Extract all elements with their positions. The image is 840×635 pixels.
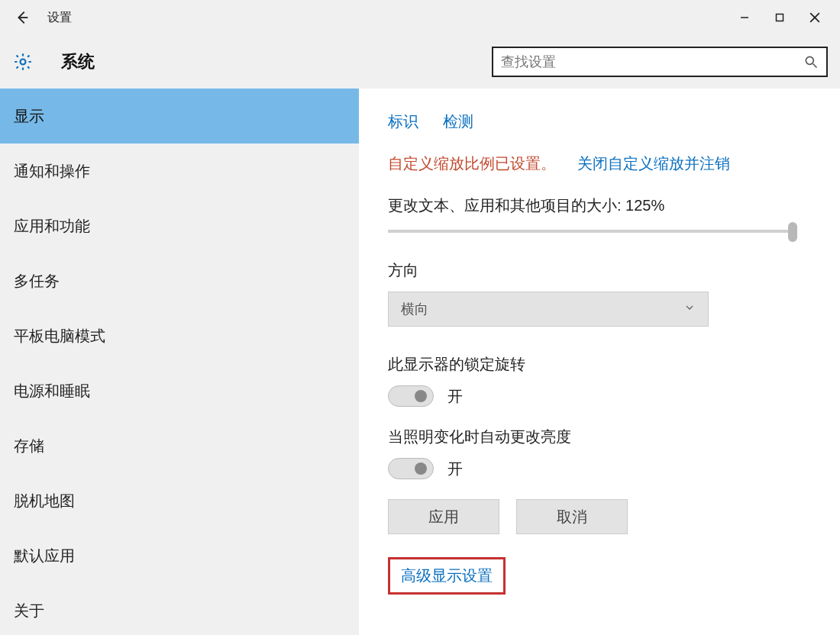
- auto-brightness-toggle[interactable]: [388, 458, 434, 479]
- back-button[interactable]: [8, 3, 37, 32]
- close-custom-scale-link[interactable]: 关闭自定义缩放并注销: [577, 155, 730, 172]
- svg-line-6: [813, 64, 817, 68]
- section-title: 系统: [61, 50, 95, 73]
- detect-link[interactable]: 检测: [443, 113, 473, 130]
- content-panel: 标识 检测 自定义缩放比例已设置。 关闭自定义缩放并注销 更改文本、应用和其他项…: [359, 89, 840, 635]
- maximize-button[interactable]: [762, 0, 797, 35]
- sidebar-item-2[interactable]: 应用和功能: [0, 198, 359, 253]
- advanced-display-highlight: 高级显示设置: [388, 557, 506, 595]
- sidebar-item-5[interactable]: 电源和睡眠: [0, 363, 359, 418]
- toggle-knob: [415, 390, 427, 402]
- gear-icon: [12, 51, 34, 73]
- toggle-knob: [415, 463, 427, 475]
- scale-slider[interactable]: [388, 230, 793, 233]
- lock-rotation-state: 开: [447, 386, 463, 407]
- close-button[interactable]: [797, 0, 832, 35]
- lock-rotation-label: 此显示器的锁定旋转: [388, 354, 819, 375]
- sidebar-item-7[interactable]: 脱机地图: [0, 473, 359, 528]
- svg-point-5: [806, 56, 813, 64]
- advanced-display-link[interactable]: 高级显示设置: [401, 567, 493, 584]
- titlebar: 设置: [0, 0, 840, 35]
- sidebar-item-9[interactable]: 关于: [0, 583, 359, 635]
- window-title: 设置: [47, 10, 72, 26]
- sidebar-item-1[interactable]: 通知和操作: [0, 143, 359, 198]
- scale-label: 更改文本、应用和其他项目的大小: 125%: [388, 195, 819, 216]
- custom-scale-notice: 自定义缩放比例已设置。 关闭自定义缩放并注销: [388, 153, 819, 174]
- sidebar-item-6[interactable]: 存储: [0, 418, 359, 473]
- sidebar: 显示通知和操作应用和功能多任务平板电脑模式电源和睡眠存储脱机地图默认应用关于: [0, 89, 359, 635]
- header: 系统: [0, 35, 840, 89]
- sidebar-item-0[interactable]: 显示: [0, 89, 359, 143]
- minimize-button[interactable]: [727, 0, 762, 35]
- search-input[interactable]: [501, 54, 803, 70]
- identify-link[interactable]: 标识: [388, 113, 418, 130]
- sidebar-item-8[interactable]: 默认应用: [0, 528, 359, 583]
- display-action-links: 标识 检测: [388, 111, 819, 132]
- auto-brightness-state: 开: [447, 459, 463, 479]
- chevron-down-icon: [683, 301, 696, 318]
- lock-rotation-toggle[interactable]: [388, 385, 434, 407]
- auto-brightness-label: 当照明变化时自动更改亮度: [388, 427, 819, 447]
- search-box[interactable]: [492, 47, 828, 77]
- svg-point-4: [21, 60, 26, 65]
- search-icon: [803, 54, 819, 69]
- slider-thumb[interactable]: [788, 222, 797, 242]
- sidebar-item-4[interactable]: 平板电脑模式: [0, 308, 359, 363]
- cancel-button[interactable]: 取消: [516, 499, 628, 534]
- orientation-label: 方向: [388, 260, 819, 281]
- apply-button[interactable]: 应用: [388, 499, 499, 534]
- sidebar-item-3[interactable]: 多任务: [0, 253, 359, 308]
- orientation-dropdown[interactable]: 横向: [388, 292, 709, 327]
- custom-scale-text: 自定义缩放比例已设置。: [388, 155, 556, 172]
- orientation-value: 横向: [401, 300, 428, 318]
- svg-rect-1: [777, 15, 783, 21]
